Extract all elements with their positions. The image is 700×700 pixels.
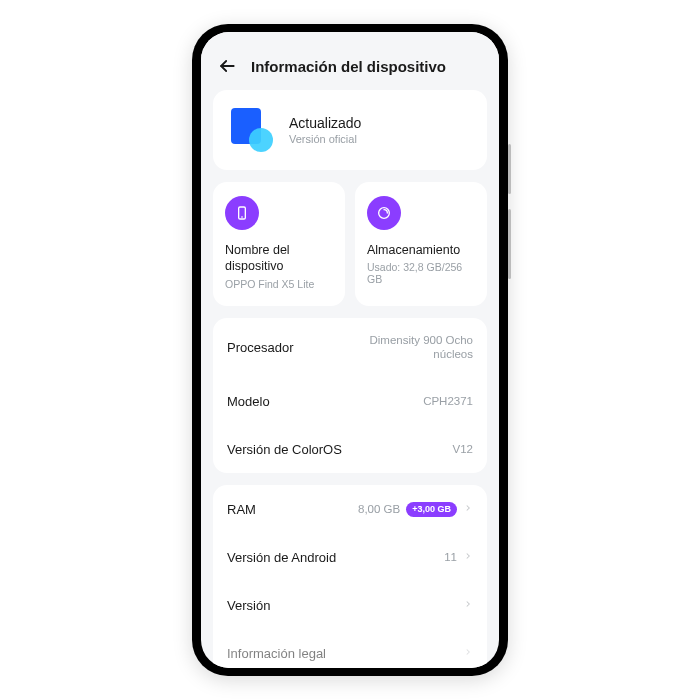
chevron-right-icon (463, 646, 473, 661)
device-name-tile[interactable]: Nombre del dispositivo OPPO Find X5 Lite (213, 182, 345, 306)
row-value: Dimensity 900 Ocho núcleos (333, 333, 473, 363)
row-ram[interactable]: RAM 8,00 GB +3,00 GB (213, 485, 487, 533)
storage-title: Almacenamiento (367, 242, 475, 258)
storage-icon (367, 196, 401, 230)
row-value (463, 598, 473, 613)
row-label: Procesador (227, 340, 293, 355)
device-name-value: OPPO Find X5 Lite (225, 278, 333, 290)
update-subtitle: Versión oficial (289, 133, 361, 145)
ram-value: 8,00 GB (358, 502, 400, 517)
phone-icon (225, 196, 259, 230)
row-label: Información legal (227, 646, 326, 661)
storage-value: Usado: 32,8 GB/256 GB (367, 261, 475, 285)
row-value: V12 (453, 442, 473, 457)
row-label: Versión (227, 598, 270, 613)
content: Actualizado Versión oficial Nombre del d… (201, 90, 499, 668)
chevron-right-icon (463, 502, 473, 517)
page-title: Información del dispositivo (251, 58, 446, 75)
row-label: RAM (227, 502, 256, 517)
update-title: Actualizado (289, 115, 361, 131)
coloros-logo-icon (229, 108, 273, 152)
update-card[interactable]: Actualizado Versión oficial (213, 90, 487, 170)
row-coloros[interactable]: Versión de ColorOS V12 (213, 425, 487, 473)
back-button[interactable] (217, 56, 237, 76)
header: Información del dispositivo (201, 32, 499, 90)
specs-list: Procesador Dimensity 900 Ocho núcleos Mo… (213, 318, 487, 474)
android-value: 11 (444, 550, 457, 565)
row-model[interactable]: Modelo CPH2371 (213, 377, 487, 425)
row-label: Versión de ColorOS (227, 442, 342, 457)
row-value: CPH2371 (423, 394, 473, 409)
system-list: RAM 8,00 GB +3,00 GB Versión de Android … (213, 485, 487, 668)
update-text: Actualizado Versión oficial (289, 115, 361, 145)
row-label: Modelo (227, 394, 270, 409)
screen: Información del dispositivo Actualizado … (201, 32, 499, 668)
storage-tile[interactable]: Almacenamiento Usado: 32,8 GB/256 GB (355, 182, 487, 306)
row-android[interactable]: Versión de Android 11 (213, 533, 487, 581)
row-value: 11 (444, 550, 473, 565)
tiles-row: Nombre del dispositivo OPPO Find X5 Lite… (213, 182, 487, 306)
arrow-left-icon (217, 56, 237, 76)
chevron-right-icon (463, 550, 473, 565)
row-legal[interactable]: Información legal (213, 629, 487, 668)
device-name-title: Nombre del dispositivo (225, 242, 333, 275)
row-version[interactable]: Versión (213, 581, 487, 629)
row-label: Versión de Android (227, 550, 336, 565)
phone-frame: Información del dispositivo Actualizado … (192, 24, 508, 676)
chevron-right-icon (463, 598, 473, 613)
row-processor[interactable]: Procesador Dimensity 900 Ocho núcleos (213, 318, 487, 378)
row-value: 8,00 GB +3,00 GB (358, 502, 473, 518)
row-value (463, 646, 473, 661)
ram-extension-pill: +3,00 GB (406, 502, 457, 518)
